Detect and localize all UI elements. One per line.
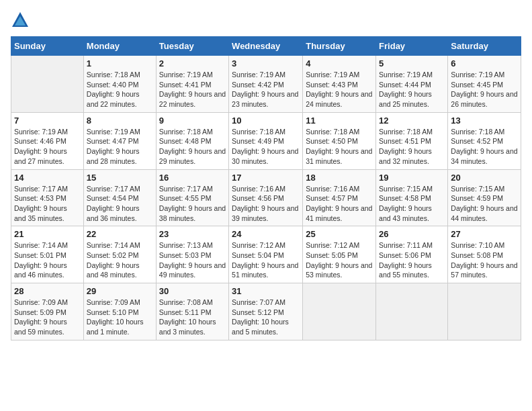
day-number: 7: [14, 116, 81, 126]
daylight-label: Daylight: 9 hours and 32 minutes.: [379, 147, 432, 165]
sunset-label: Sunset: 4:53 PM: [14, 194, 66, 202]
week-row-2: 7 Sunrise: 7:19 AM Sunset: 4:46 PM Dayli…: [11, 112, 521, 169]
sunrise-label: Sunrise: 7:19 AM: [451, 71, 504, 79]
sunset-label: Sunset: 4:44 PM: [379, 81, 431, 89]
day-number: 16: [159, 173, 226, 183]
sunset-label: Sunset: 4:41 PM: [159, 81, 212, 89]
day-info: Sunrise: 7:14 AM Sunset: 5:02 PM Dayligh…: [87, 240, 153, 280]
sunset-label: Sunset: 4:42 PM: [232, 81, 284, 89]
day-number: 21: [14, 229, 81, 239]
day-number: 6: [451, 58, 518, 68]
sunrise-label: Sunrise: 7:19 AM: [379, 71, 433, 79]
day-cell: 7 Sunrise: 7:19 AM Sunset: 4:46 PM Dayli…: [11, 112, 84, 169]
sunset-label: Sunset: 4:57 PM: [306, 194, 358, 202]
day-cell: 27 Sunrise: 7:10 AM Sunset: 5:08 PM Dayl…: [448, 226, 521, 283]
day-info: Sunrise: 7:17 AM Sunset: 4:55 PM Dayligh…: [159, 184, 226, 224]
day-cell: 23 Sunrise: 7:13 AM Sunset: 5:03 PM Dayl…: [156, 226, 228, 283]
daylight-label: Daylight: 9 hours and 43 minutes.: [379, 204, 432, 222]
day-info: Sunrise: 7:16 AM Sunset: 4:57 PM Dayligh…: [306, 184, 373, 224]
daylight-label: Daylight: 9 hours and 26 minutes.: [451, 90, 517, 108]
daylight-label: Daylight: 9 hours and 41 minutes.: [306, 204, 372, 222]
page-header: [11, 11, 521, 30]
sunrise-label: Sunrise: 7:15 AM: [379, 185, 433, 193]
day-info: Sunrise: 7:19 AM Sunset: 4:45 PM Dayligh…: [451, 70, 518, 109]
day-info: Sunrise: 7:11 AM Sunset: 5:06 PM Dayligh…: [379, 240, 445, 280]
day-cell: 13 Sunrise: 7:18 AM Sunset: 4:52 PM Dayl…: [448, 112, 521, 169]
sunrise-label: Sunrise: 7:18 AM: [306, 128, 359, 136]
sunset-label: Sunset: 4:40 PM: [87, 81, 139, 89]
daylight-label: Daylight: 9 hours and 53 minutes.: [306, 261, 372, 279]
day-info: Sunrise: 7:15 AM Sunset: 4:59 PM Dayligh…: [451, 184, 518, 224]
day-number: 31: [232, 286, 300, 296]
sunset-label: Sunset: 4:47 PM: [87, 137, 139, 145]
day-info: Sunrise: 7:15 AM Sunset: 4:58 PM Dayligh…: [379, 184, 445, 224]
day-number: 18: [306, 173, 373, 183]
calendar-table: SundayMondayTuesdayWednesdayThursdayFrid…: [11, 36, 521, 340]
sunset-label: Sunset: 4:58 PM: [379, 194, 431, 202]
day-info: Sunrise: 7:18 AM Sunset: 4:51 PM Dayligh…: [379, 127, 445, 167]
daylight-label: Daylight: 10 hours and 3 minutes.: [159, 318, 216, 336]
day-cell: 2 Sunrise: 7:19 AM Sunset: 4:41 PM Dayli…: [156, 56, 228, 113]
daylight-label: Daylight: 9 hours and 36 minutes.: [87, 204, 140, 222]
day-info: Sunrise: 7:13 AM Sunset: 5:03 PM Dayligh…: [159, 240, 226, 280]
day-info: Sunrise: 7:17 AM Sunset: 4:54 PM Dayligh…: [87, 184, 153, 224]
day-cell: 24 Sunrise: 7:12 AM Sunset: 5:04 PM Dayl…: [229, 226, 303, 283]
daylight-label: Daylight: 9 hours and 55 minutes.: [379, 261, 432, 279]
sunset-label: Sunset: 4:55 PM: [159, 194, 212, 202]
day-cell: 17 Sunrise: 7:16 AM Sunset: 4:56 PM Dayl…: [229, 169, 303, 226]
daylight-label: Daylight: 9 hours and 23 minutes.: [232, 90, 298, 108]
day-number: 13: [451, 116, 518, 126]
sunset-label: Sunset: 5:12 PM: [232, 308, 284, 316]
calendar-body: 1 Sunrise: 7:18 AM Sunset: 4:40 PM Dayli…: [11, 56, 521, 340]
day-cell: 29 Sunrise: 7:09 AM Sunset: 5:10 PM Dayl…: [83, 283, 156, 340]
sunset-label: Sunset: 4:46 PM: [14, 137, 66, 145]
day-number: 30: [159, 286, 226, 296]
day-info: Sunrise: 7:18 AM Sunset: 4:49 PM Dayligh…: [232, 127, 300, 167]
day-info: Sunrise: 7:16 AM Sunset: 4:56 PM Dayligh…: [232, 184, 300, 224]
sunrise-label: Sunrise: 7:19 AM: [14, 128, 68, 136]
sunrise-label: Sunrise: 7:19 AM: [306, 71, 359, 79]
day-cell: 11 Sunrise: 7:18 AM Sunset: 4:50 PM Dayl…: [303, 112, 376, 169]
daylight-label: Daylight: 9 hours and 48 minutes.: [87, 261, 140, 279]
sunset-label: Sunset: 5:03 PM: [159, 251, 212, 259]
sunrise-label: Sunrise: 7:16 AM: [306, 185, 359, 193]
logo-icon: [11, 11, 30, 30]
day-cell: 12 Sunrise: 7:18 AM Sunset: 4:51 PM Dayl…: [376, 112, 448, 169]
sunset-label: Sunset: 5:02 PM: [87, 251, 139, 259]
sunrise-label: Sunrise: 7:13 AM: [159, 241, 213, 249]
day-info: Sunrise: 7:17 AM Sunset: 4:53 PM Dayligh…: [14, 184, 81, 224]
sunrise-label: Sunrise: 7:18 AM: [87, 71, 140, 79]
sunset-label: Sunset: 5:01 PM: [14, 251, 66, 259]
day-cell: 26 Sunrise: 7:11 AM Sunset: 5:06 PM Dayl…: [376, 226, 448, 283]
day-cell: 30 Sunrise: 7:08 AM Sunset: 5:11 PM Dayl…: [156, 283, 228, 340]
sunset-label: Sunset: 5:10 PM: [87, 308, 139, 316]
sunrise-label: Sunrise: 7:17 AM: [87, 185, 140, 193]
sunrise-label: Sunrise: 7:11 AM: [379, 241, 433, 249]
day-number: 9: [159, 116, 226, 126]
day-number: 20: [451, 173, 518, 183]
weekday-header-tuesday: Tuesday: [156, 37, 228, 56]
day-cell: [448, 283, 521, 340]
day-cell: 4 Sunrise: 7:19 AM Sunset: 4:43 PM Dayli…: [303, 56, 376, 113]
daylight-label: Daylight: 9 hours and 44 minutes.: [451, 204, 517, 222]
day-number: 14: [14, 173, 81, 183]
weekday-header-monday: Monday: [83, 37, 156, 56]
day-info: Sunrise: 7:07 AM Sunset: 5:12 PM Dayligh…: [232, 298, 300, 337]
day-number: 19: [379, 173, 445, 183]
day-info: Sunrise: 7:09 AM Sunset: 5:10 PM Dayligh…: [87, 298, 153, 337]
day-cell: 18 Sunrise: 7:16 AM Sunset: 4:57 PM Dayl…: [303, 169, 376, 226]
week-row-1: 1 Sunrise: 7:18 AM Sunset: 4:40 PM Dayli…: [11, 56, 521, 113]
day-cell: 10 Sunrise: 7:18 AM Sunset: 4:49 PM Dayl…: [229, 112, 303, 169]
day-info: Sunrise: 7:18 AM Sunset: 4:48 PM Dayligh…: [159, 127, 226, 167]
day-info: Sunrise: 7:14 AM Sunset: 5:01 PM Dayligh…: [14, 240, 81, 280]
sunrise-label: Sunrise: 7:08 AM: [159, 298, 213, 306]
day-number: 4: [306, 58, 373, 68]
logo: [11, 11, 32, 30]
day-number: 24: [232, 229, 300, 239]
sunrise-label: Sunrise: 7:14 AM: [14, 241, 68, 249]
sunrise-label: Sunrise: 7:12 AM: [306, 241, 359, 249]
day-cell: 8 Sunrise: 7:19 AM Sunset: 4:47 PM Dayli…: [83, 112, 156, 169]
sunrise-label: Sunrise: 7:12 AM: [232, 241, 285, 249]
weekday-header-wednesday: Wednesday: [229, 37, 303, 56]
week-row-3: 14 Sunrise: 7:17 AM Sunset: 4:53 PM Dayl…: [11, 169, 521, 226]
